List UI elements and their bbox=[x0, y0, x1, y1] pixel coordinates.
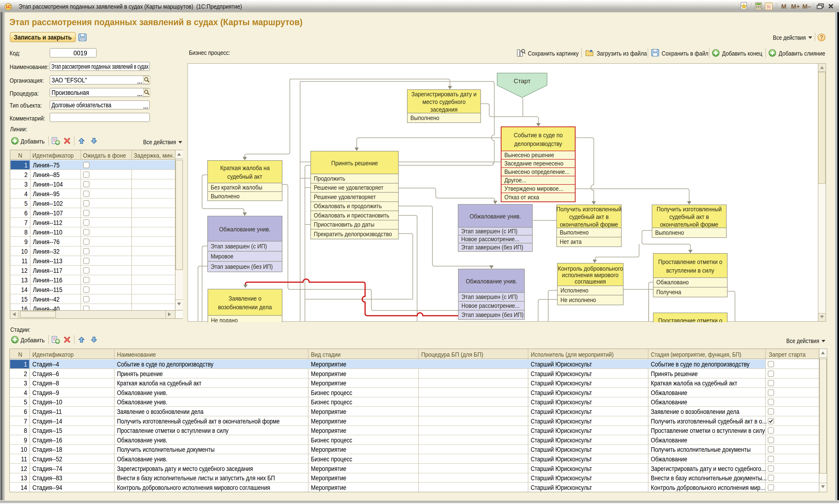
svg-text:M+: M+ bbox=[791, 3, 800, 10]
svg-text:M–: M– bbox=[802, 3, 811, 10]
svg-text:M: M bbox=[781, 3, 787, 10]
svg-text:Старт: Старт bbox=[514, 77, 531, 85]
svg-text:31: 31 bbox=[767, 5, 771, 10]
